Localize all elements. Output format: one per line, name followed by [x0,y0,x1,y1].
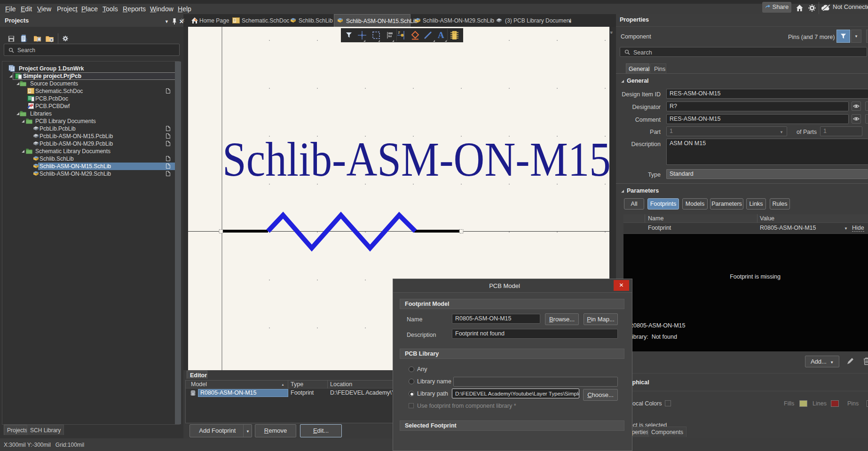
svg-text:A: A [438,30,444,40]
svg-text:1: 1 [398,31,400,34]
